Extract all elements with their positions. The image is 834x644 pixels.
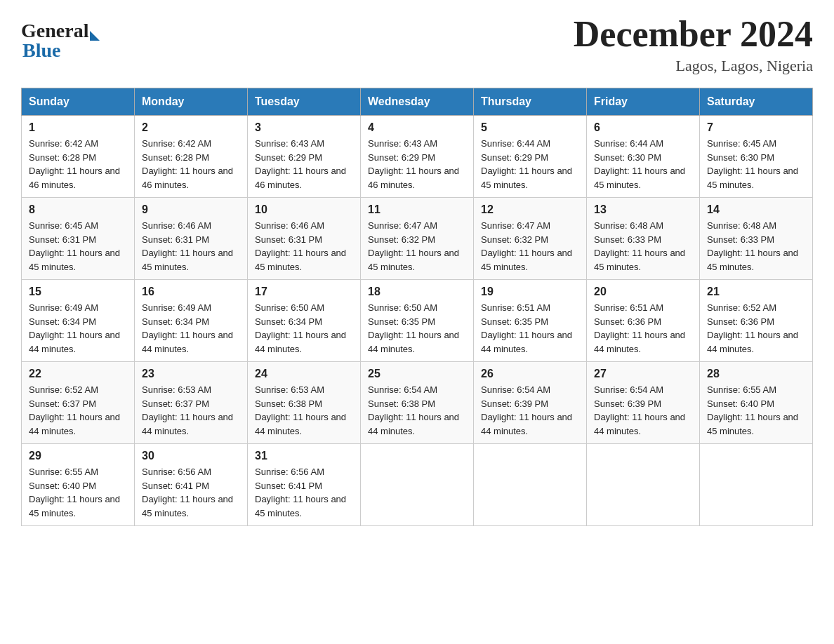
table-cell: 14Sunrise: 6:48 AMSunset: 6:33 PMDayligh… <box>700 198 813 280</box>
table-cell: 5Sunrise: 6:44 AMSunset: 6:29 PMDaylight… <box>474 116 587 198</box>
table-cell: 15Sunrise: 6:49 AMSunset: 6:34 PMDayligh… <box>22 280 135 362</box>
table-cell: 4Sunrise: 6:43 AMSunset: 6:29 PMDaylight… <box>361 116 474 198</box>
table-cell <box>361 444 474 526</box>
calendar-week-row: 1Sunrise: 6:42 AMSunset: 6:28 PMDaylight… <box>22 116 813 198</box>
day-number: 28 <box>707 368 805 380</box>
day-number: 14 <box>707 203 805 216</box>
day-info: Sunrise: 6:52 AMSunset: 6:36 PMDaylight:… <box>707 301 805 356</box>
day-info: Sunrise: 6:56 AMSunset: 6:41 PMDaylight:… <box>142 465 240 520</box>
table-cell: 13Sunrise: 6:48 AMSunset: 6:33 PMDayligh… <box>587 198 700 280</box>
day-info: Sunrise: 6:45 AMSunset: 6:31 PMDaylight:… <box>29 219 127 274</box>
day-info: Sunrise: 6:48 AMSunset: 6:33 PMDaylight:… <box>594 219 692 274</box>
day-info: Sunrise: 6:54 AMSunset: 6:38 PMDaylight:… <box>368 383 466 438</box>
table-cell: 20Sunrise: 6:51 AMSunset: 6:36 PMDayligh… <box>587 280 700 362</box>
day-number: 29 <box>29 450 127 462</box>
day-info: Sunrise: 6:53 AMSunset: 6:38 PMDaylight:… <box>255 383 353 438</box>
table-cell <box>587 444 700 526</box>
table-cell: 10Sunrise: 6:46 AMSunset: 6:31 PMDayligh… <box>248 198 361 280</box>
day-info: Sunrise: 6:50 AMSunset: 6:35 PMDaylight:… <box>368 301 466 356</box>
day-info: Sunrise: 6:42 AMSunset: 6:28 PMDaylight:… <box>29 137 127 192</box>
day-number: 26 <box>481 368 579 380</box>
day-number: 20 <box>594 286 692 298</box>
table-cell: 24Sunrise: 6:53 AMSunset: 6:38 PMDayligh… <box>248 362 361 444</box>
day-info: Sunrise: 6:51 AMSunset: 6:36 PMDaylight:… <box>594 301 692 356</box>
page-title: December 2024 <box>574 14 813 54</box>
table-cell <box>474 444 587 526</box>
day-info: Sunrise: 6:50 AMSunset: 6:34 PMDaylight:… <box>255 301 353 356</box>
table-cell: 18Sunrise: 6:50 AMSunset: 6:35 PMDayligh… <box>361 280 474 362</box>
calendar-table: Sunday Monday Tuesday Wednesday Thursday… <box>21 88 813 526</box>
table-cell: 7Sunrise: 6:45 AMSunset: 6:30 PMDaylight… <box>700 116 813 198</box>
table-cell: 30Sunrise: 6:56 AMSunset: 6:41 PMDayligh… <box>135 444 248 526</box>
col-sunday: Sunday <box>22 88 135 116</box>
day-number: 1 <box>29 121 127 134</box>
day-number: 8 <box>29 203 127 216</box>
day-info: Sunrise: 6:56 AMSunset: 6:41 PMDaylight:… <box>255 465 353 520</box>
table-cell: 25Sunrise: 6:54 AMSunset: 6:38 PMDayligh… <box>361 362 474 444</box>
col-monday: Monday <box>135 88 248 116</box>
day-info: Sunrise: 6:52 AMSunset: 6:37 PMDaylight:… <box>29 383 127 438</box>
day-info: Sunrise: 6:43 AMSunset: 6:29 PMDaylight:… <box>255 137 353 192</box>
day-number: 9 <box>142 203 240 216</box>
day-number: 12 <box>481 203 579 216</box>
table-cell: 17Sunrise: 6:50 AMSunset: 6:34 PMDayligh… <box>248 280 361 362</box>
table-cell: 21Sunrise: 6:52 AMSunset: 6:36 PMDayligh… <box>700 280 813 362</box>
day-info: Sunrise: 6:54 AMSunset: 6:39 PMDaylight:… <box>594 383 692 438</box>
day-number: 11 <box>368 203 466 216</box>
day-number: 21 <box>707 286 805 298</box>
col-friday: Friday <box>587 88 700 116</box>
day-info: Sunrise: 6:48 AMSunset: 6:33 PMDaylight:… <box>707 219 805 274</box>
day-number: 4 <box>368 121 466 134</box>
day-info: Sunrise: 6:53 AMSunset: 6:37 PMDaylight:… <box>142 383 240 438</box>
day-number: 5 <box>481 121 579 134</box>
day-number: 15 <box>29 286 127 298</box>
table-cell: 23Sunrise: 6:53 AMSunset: 6:37 PMDayligh… <box>135 362 248 444</box>
calendar-week-row: 15Sunrise: 6:49 AMSunset: 6:34 PMDayligh… <box>22 280 813 362</box>
day-number: 23 <box>142 368 240 380</box>
day-number: 24 <box>255 368 353 380</box>
col-wednesday: Wednesday <box>361 88 474 116</box>
day-info: Sunrise: 6:49 AMSunset: 6:34 PMDaylight:… <box>142 301 240 356</box>
table-cell: 12Sunrise: 6:47 AMSunset: 6:32 PMDayligh… <box>474 198 587 280</box>
title-area: December 2024 Lagos, Lagos, Nigeria <box>574 14 813 75</box>
col-thursday: Thursday <box>474 88 587 116</box>
day-number: 16 <box>142 286 240 298</box>
table-cell: 16Sunrise: 6:49 AMSunset: 6:34 PMDayligh… <box>135 280 248 362</box>
day-info: Sunrise: 6:46 AMSunset: 6:31 PMDaylight:… <box>142 219 240 274</box>
day-info: Sunrise: 6:46 AMSunset: 6:31 PMDaylight:… <box>255 219 353 274</box>
logo-blue-text: Blue <box>21 39 100 62</box>
day-number: 19 <box>481 286 579 298</box>
table-cell: 1Sunrise: 6:42 AMSunset: 6:28 PMDaylight… <box>22 116 135 198</box>
logo: General Blue <box>21 20 100 62</box>
page-subtitle: Lagos, Lagos, Nigeria <box>574 57 813 75</box>
calendar-week-row: 8Sunrise: 6:45 AMSunset: 6:31 PMDaylight… <box>22 198 813 280</box>
day-number: 6 <box>594 121 692 134</box>
day-number: 18 <box>368 286 466 298</box>
day-number: 22 <box>29 368 127 380</box>
day-info: Sunrise: 6:47 AMSunset: 6:32 PMDaylight:… <box>481 219 579 274</box>
table-cell: 3Sunrise: 6:43 AMSunset: 6:29 PMDaylight… <box>248 116 361 198</box>
day-info: Sunrise: 6:47 AMSunset: 6:32 PMDaylight:… <box>368 219 466 274</box>
day-number: 10 <box>255 203 353 216</box>
day-info: Sunrise: 6:45 AMSunset: 6:30 PMDaylight:… <box>707 137 805 192</box>
header-row: Sunday Monday Tuesday Wednesday Thursday… <box>22 88 813 116</box>
day-number: 7 <box>707 121 805 134</box>
day-number: 30 <box>142 450 240 462</box>
day-number: 3 <box>255 121 353 134</box>
day-info: Sunrise: 6:43 AMSunset: 6:29 PMDaylight:… <box>368 137 466 192</box>
day-info: Sunrise: 6:51 AMSunset: 6:35 PMDaylight:… <box>481 301 579 356</box>
table-cell: 22Sunrise: 6:52 AMSunset: 6:37 PMDayligh… <box>22 362 135 444</box>
day-info: Sunrise: 6:54 AMSunset: 6:39 PMDaylight:… <box>481 383 579 438</box>
day-info: Sunrise: 6:55 AMSunset: 6:40 PMDaylight:… <box>29 465 127 520</box>
day-number: 31 <box>255 450 353 462</box>
col-tuesday: Tuesday <box>248 88 361 116</box>
table-cell <box>700 444 813 526</box>
table-cell: 19Sunrise: 6:51 AMSunset: 6:35 PMDayligh… <box>474 280 587 362</box>
table-cell: 8Sunrise: 6:45 AMSunset: 6:31 PMDaylight… <box>22 198 135 280</box>
table-cell: 29Sunrise: 6:55 AMSunset: 6:40 PMDayligh… <box>22 444 135 526</box>
table-cell: 9Sunrise: 6:46 AMSunset: 6:31 PMDaylight… <box>135 198 248 280</box>
day-number: 25 <box>368 368 466 380</box>
table-cell: 31Sunrise: 6:56 AMSunset: 6:41 PMDayligh… <box>248 444 361 526</box>
day-info: Sunrise: 6:44 AMSunset: 6:29 PMDaylight:… <box>481 137 579 192</box>
day-number: 2 <box>142 121 240 134</box>
